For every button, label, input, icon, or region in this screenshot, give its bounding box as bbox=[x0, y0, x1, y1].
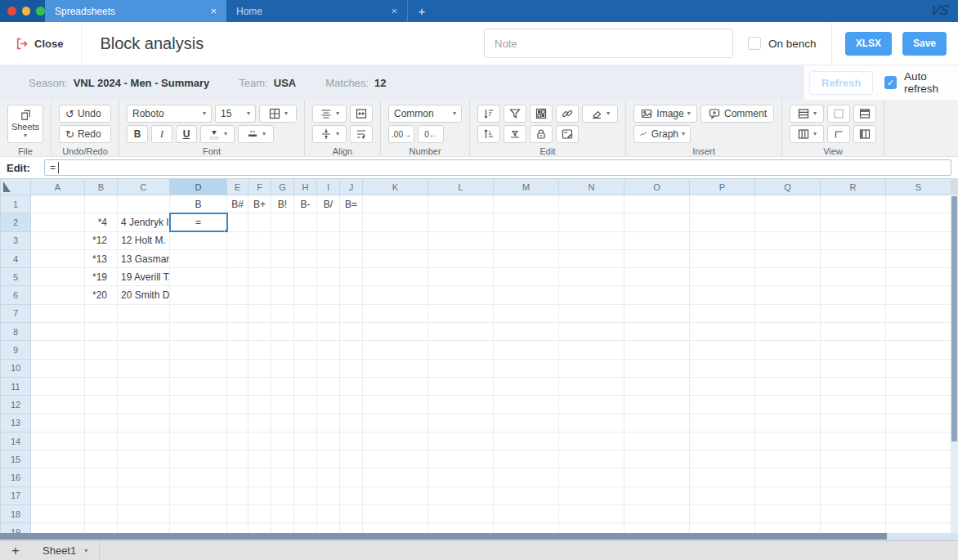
cell-D7[interactable] bbox=[170, 304, 227, 322]
cell-F15[interactable] bbox=[248, 450, 271, 468]
cell-P2[interactable] bbox=[690, 213, 755, 231]
column-header-Q[interactable]: Q bbox=[755, 179, 821, 195]
cell-A18[interactable] bbox=[31, 505, 85, 523]
cell-R13[interactable] bbox=[821, 414, 886, 432]
cell-S12[interactable] bbox=[886, 396, 951, 414]
cell-F10[interactable] bbox=[248, 359, 271, 377]
cell-D1[interactable]: B bbox=[170, 195, 227, 213]
cell-O8[interactable] bbox=[624, 323, 690, 341]
cell-Q2[interactable] bbox=[755, 213, 821, 231]
horizontal-scrollbar[interactable] bbox=[0, 533, 958, 540]
tab-spreadsheets[interactable]: Spreadsheets × bbox=[45, 0, 226, 22]
tab-home[interactable]: Home × bbox=[226, 0, 408, 22]
cell-B5[interactable]: *19 bbox=[85, 268, 118, 286]
cell-G16[interactable] bbox=[271, 468, 294, 486]
column-header-J[interactable]: J bbox=[340, 179, 363, 195]
cell-S4[interactable] bbox=[886, 249, 951, 267]
formula-input[interactable] bbox=[44, 159, 951, 176]
cell-K15[interactable] bbox=[363, 450, 428, 468]
cell-C1[interactable] bbox=[118, 195, 170, 213]
cell-E9[interactable] bbox=[227, 341, 248, 359]
cell-D19[interactable] bbox=[170, 523, 227, 533]
cell-A10[interactable] bbox=[31, 359, 85, 377]
close-window-button[interactable] bbox=[7, 7, 16, 16]
cell-R17[interactable] bbox=[821, 486, 886, 504]
cell-J2[interactable] bbox=[340, 213, 363, 231]
cell-S16[interactable] bbox=[886, 468, 951, 486]
cell-J14[interactable] bbox=[340, 432, 363, 450]
insert-graph-button[interactable]: Graph ▾ bbox=[633, 125, 691, 143]
cell-F19[interactable] bbox=[248, 523, 271, 533]
vertical-align-button[interactable]: ▾ bbox=[312, 125, 347, 143]
sheet-tab-sheet1[interactable]: Sheet1 ▾ bbox=[31, 541, 100, 560]
cell-R15[interactable] bbox=[821, 450, 886, 468]
cell-B15[interactable] bbox=[85, 450, 118, 468]
cell-L19[interactable] bbox=[428, 523, 494, 533]
cell-A11[interactable] bbox=[31, 377, 85, 395]
cell-A14[interactable] bbox=[31, 432, 85, 450]
view-rows-button[interactable]: ▾ bbox=[790, 105, 824, 123]
insert-comment-button[interactable]: Comment bbox=[701, 105, 774, 123]
cell-G19[interactable] bbox=[271, 523, 294, 533]
xlsx-button[interactable]: XLSX bbox=[845, 32, 892, 56]
cell-Q14[interactable] bbox=[755, 432, 821, 450]
font-family-select[interactable]: Roboto ▾ bbox=[127, 105, 212, 123]
column-header-P[interactable]: P bbox=[690, 179, 755, 195]
lock-button[interactable] bbox=[530, 125, 553, 143]
cell-Q19[interactable] bbox=[755, 523, 821, 533]
cell-M4[interactable] bbox=[494, 249, 559, 267]
cell-F11[interactable] bbox=[248, 377, 271, 395]
column-header-G[interactable]: G bbox=[271, 179, 294, 195]
cell-O19[interactable] bbox=[624, 523, 690, 533]
cell-B3[interactable]: *12 bbox=[85, 231, 118, 249]
cell-A1[interactable] bbox=[31, 195, 85, 213]
cell-N14[interactable] bbox=[559, 432, 624, 450]
cell-R6[interactable] bbox=[821, 286, 886, 304]
vertical-scrollbar-thumb[interactable] bbox=[951, 196, 957, 441]
cell-Q7[interactable] bbox=[755, 304, 821, 322]
column-header-N[interactable]: N bbox=[559, 179, 624, 195]
cell-G17[interactable] bbox=[271, 486, 294, 504]
cell-L15[interactable] bbox=[428, 450, 494, 468]
cell-G9[interactable] bbox=[271, 341, 294, 359]
cell-P7[interactable] bbox=[690, 304, 755, 322]
cell-A5[interactable] bbox=[31, 268, 85, 286]
cell-K4[interactable] bbox=[363, 249, 428, 267]
cell-E7[interactable] bbox=[227, 304, 248, 322]
cell-L13[interactable] bbox=[428, 414, 494, 432]
cell-R16[interactable] bbox=[821, 468, 886, 486]
horizontal-align-button[interactable]: ▾ bbox=[312, 105, 347, 123]
cell-A13[interactable] bbox=[31, 414, 85, 432]
cell-O10[interactable] bbox=[624, 359, 690, 377]
cell-M11[interactable] bbox=[494, 377, 559, 395]
on-bench-checkbox[interactable] bbox=[748, 37, 761, 50]
cell-H13[interactable] bbox=[294, 414, 317, 432]
cell-M7[interactable] bbox=[494, 304, 559, 322]
text-color-button[interactable]: ▾ bbox=[200, 125, 235, 143]
cell-R3[interactable] bbox=[821, 231, 886, 249]
cell-Q15[interactable] bbox=[755, 450, 821, 468]
cell-L10[interactable] bbox=[428, 359, 494, 377]
cell-O6[interactable] bbox=[624, 286, 690, 304]
cell-S1[interactable] bbox=[886, 195, 951, 213]
cell-I9[interactable] bbox=[317, 341, 340, 359]
cell-H14[interactable] bbox=[294, 432, 317, 450]
cell-N1[interactable] bbox=[559, 195, 624, 213]
cell-H10[interactable] bbox=[294, 359, 317, 377]
close-button[interactable]: Close bbox=[15, 37, 63, 51]
cell-N8[interactable] bbox=[559, 323, 624, 341]
eraser-button[interactable]: ▾ bbox=[582, 105, 618, 123]
sort-button[interactable] bbox=[477, 105, 500, 123]
cell-R5[interactable] bbox=[821, 268, 886, 286]
cell-B11[interactable] bbox=[85, 377, 118, 395]
merge-cells-button[interactable] bbox=[350, 105, 373, 123]
cell-D14[interactable] bbox=[170, 432, 227, 450]
fill-handle[interactable] bbox=[224, 229, 227, 232]
cell-P4[interactable] bbox=[690, 249, 755, 267]
cell-F2[interactable] bbox=[248, 213, 271, 231]
cell-F5[interactable] bbox=[248, 268, 271, 286]
cell-L16[interactable] bbox=[428, 468, 494, 486]
cell-R9[interactable] bbox=[821, 341, 886, 359]
cell-N13[interactable] bbox=[559, 414, 624, 432]
cell-I14[interactable] bbox=[317, 432, 340, 450]
